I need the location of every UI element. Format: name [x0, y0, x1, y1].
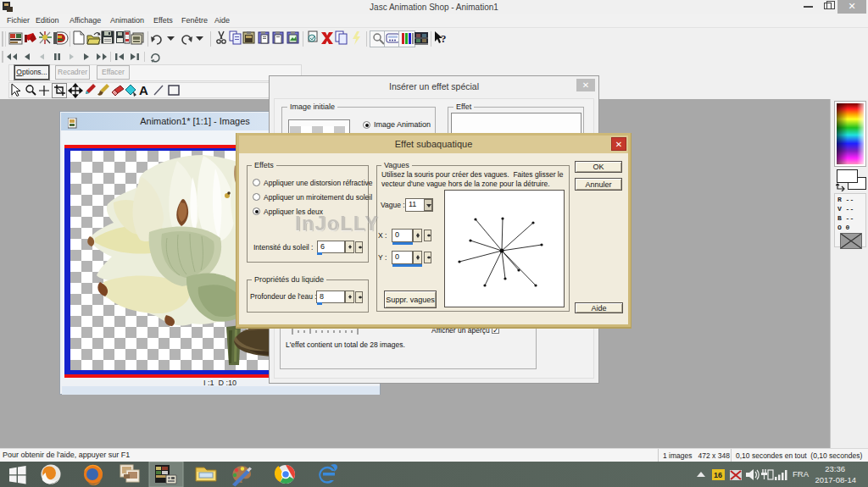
- svg-text:16: 16: [714, 471, 722, 479]
- svg-text:A: A: [139, 83, 148, 97]
- svg-text:?: ?: [441, 32, 447, 45]
